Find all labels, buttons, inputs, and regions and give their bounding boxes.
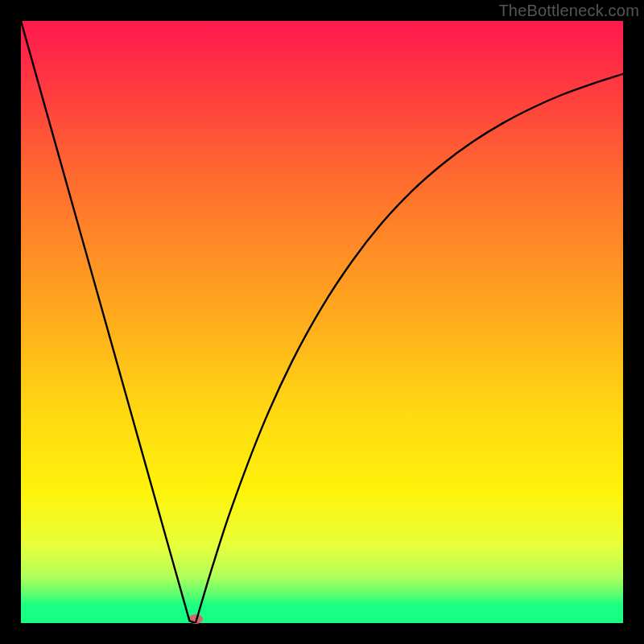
chart-frame: TheBottleneck.com <box>0 0 644 644</box>
credit-watermark: TheBottleneck.com <box>498 2 639 20</box>
bottleneck-curve <box>21 21 623 623</box>
plot-area <box>21 21 623 623</box>
curve-path <box>21 21 623 623</box>
